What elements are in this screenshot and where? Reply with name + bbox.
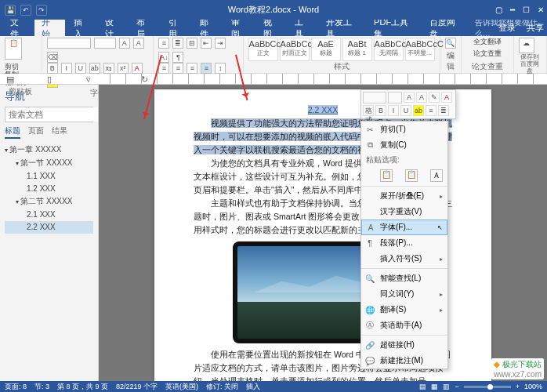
- ctx-ime[interactable]: 汉字重选(V): [361, 204, 447, 220]
- font-name-select[interactable]: [47, 38, 91, 49]
- ribbon-options-icon[interactable]: ▢: [495, 5, 502, 14]
- style-item-2[interactable]: AaE标题: [311, 38, 341, 61]
- bullets-icon[interactable]: ≡: [158, 38, 169, 49]
- horizontal-ruler[interactable]: [110, 74, 536, 84]
- mini-grow-icon[interactable]: A: [404, 92, 415, 103]
- ctx-para[interactable]: ¶段落(P)...: [361, 235, 447, 251]
- ctx-font[interactable]: A字体(F)...↖: [361, 220, 447, 235]
- ctx-link[interactable]: 🔗超链接(H): [361, 337, 447, 353]
- ctx-expand[interactable]: 展开/折叠(E): [361, 188, 447, 204]
- bookmark-icon[interactable]: ▯: [47, 74, 52, 85]
- ctx-synonym[interactable]: 同义词(Y): [361, 286, 447, 302]
- nav-search[interactable]: 🔍: [5, 107, 93, 122]
- style-item-5[interactable]: AaBbCcC不明显…: [405, 38, 435, 61]
- view-web-icon[interactable]: ▥: [443, 383, 450, 390]
- mini-fontcolor-icon[interactable]: A: [441, 92, 452, 103]
- nav-node-1[interactable]: 第一节 XXXXX: [5, 157, 93, 170]
- find-icon[interactable]: 🔍: [445, 38, 456, 49]
- style-item-0[interactable]: AaBbCcDc正文: [248, 38, 278, 61]
- search-input[interactable]: [5, 107, 99, 122]
- nav-node-4[interactable]: 第二节 XXXXX: [5, 195, 93, 209]
- redo-icon[interactable]: ↷: [36, 5, 47, 16]
- ctx-translate[interactable]: 🌐翻译(S): [361, 302, 447, 318]
- ctx-cut[interactable]: ✂剪切(T): [361, 122, 447, 137]
- view-print-icon[interactable]: ▦: [431, 383, 438, 390]
- status-lang[interactable]: 英语(美国): [165, 382, 198, 392]
- mini-bullets-icon[interactable]: ≡: [426, 105, 437, 116]
- ctx-lang[interactable]: Ⓐ英语助手(A): [361, 318, 447, 333]
- mini-highlight-icon[interactable]: ab: [413, 105, 424, 116]
- style-item-1[interactable]: AaBbCcDc封面正文: [280, 38, 310, 61]
- nav-tab-headings[interactable]: 标题: [5, 125, 20, 139]
- font-color-icon[interactable]: A: [132, 63, 143, 74]
- ctx-copy[interactable]: ⧉复制(C): [361, 137, 447, 153]
- nav-toggle-icon[interactable]: ▤: [6, 74, 14, 85]
- marker-icon[interactable]: ▿: [86, 74, 91, 85]
- superscript-icon[interactable]: x²: [118, 63, 129, 74]
- paste-keep-icon[interactable]: 📋: [380, 169, 393, 182]
- zoom-out-icon[interactable]: −: [455, 383, 458, 390]
- clear-format-icon[interactable]: ⌫: [47, 52, 58, 63]
- mini-font-name[interactable]: [363, 92, 386, 103]
- minimize-icon[interactable]: ━: [510, 5, 515, 14]
- status-section[interactable]: 节: 3: [34, 382, 49, 392]
- mini-italic-icon[interactable]: I: [388, 105, 399, 116]
- paper-check-a[interactable]: 论文查重: [473, 49, 502, 58]
- ctx-comment[interactable]: 💬新建批注(M): [361, 353, 447, 368]
- status-insert[interactable]: 插入: [246, 382, 260, 392]
- ctx-paste-options[interactable]: 📋 📋 Ａ: [361, 167, 447, 184]
- nav-node-6[interactable]: 2.2 XXX: [5, 221, 93, 234]
- paste-button[interactable]: 📋: [5, 38, 22, 60]
- nav-tab-results[interactable]: 结果: [52, 125, 67, 139]
- strike-icon[interactable]: ab: [89, 63, 100, 74]
- paste-merge-icon[interactable]: 📋: [405, 169, 418, 182]
- cut-button[interactable]: 剪切: [5, 63, 26, 71]
- nav-node-5[interactable]: 2.1 XXX: [5, 209, 93, 221]
- close-icon[interactable]: ✕: [538, 5, 544, 14]
- marks-icon[interactable]: ¶: [172, 52, 183, 63]
- baidu-icon[interactable]: ☁: [519, 38, 534, 53]
- mini-bold-icon[interactable]: B: [375, 105, 386, 116]
- status-pages[interactable]: 第 8 页，共 9 页: [57, 382, 108, 392]
- align-right-icon[interactable]: ≡: [187, 63, 197, 74]
- indent-dec-icon[interactable]: ⇤: [201, 38, 212, 49]
- numbering-icon[interactable]: ≣: [172, 38, 183, 49]
- italic-icon[interactable]: I: [61, 63, 72, 74]
- mini-font-size[interactable]: [388, 92, 402, 103]
- account-login[interactable]: 登录: [498, 22, 516, 34]
- zoom-in-icon[interactable]: +: [516, 383, 520, 390]
- heading-2-2[interactable]: 2.2 XXX: [308, 105, 339, 114]
- maximize-icon[interactable]: ☐: [523, 5, 530, 14]
- mini-underline-icon[interactable]: U: [400, 105, 411, 116]
- line-spacing-icon[interactable]: ↕: [215, 63, 226, 74]
- share-button[interactable]: 共享: [527, 22, 544, 34]
- zoom-slider[interactable]: [464, 386, 511, 388]
- font-size-select[interactable]: [94, 38, 116, 49]
- translate-button[interactable]: 全文翻译: [473, 38, 502, 46]
- align-center-icon[interactable]: ≡: [172, 63, 183, 74]
- status-track[interactable]: 修订: 关闭: [206, 382, 238, 392]
- paste-text-icon[interactable]: Ａ: [430, 169, 443, 182]
- mini-shrink-icon[interactable]: A: [416, 92, 427, 103]
- status-words[interactable]: 82/2219 个字: [116, 382, 158, 392]
- mini-numbering-icon[interactable]: ≣: [438, 105, 449, 116]
- align-left-icon[interactable]: ≡: [158, 63, 169, 74]
- view-read-icon[interactable]: ▤: [419, 383, 426, 390]
- align-justify-icon[interactable]: ≡: [201, 63, 212, 74]
- nav-node-2[interactable]: 1.1 XXX: [5, 170, 93, 183]
- ctx-lookup[interactable]: 🔍智能查找(L): [361, 270, 447, 286]
- ctx-symbol[interactable]: 插入符号(S): [361, 251, 447, 267]
- grow-font-icon[interactable]: A: [119, 38, 130, 49]
- mini-brush-icon[interactable]: ✎: [429, 92, 440, 103]
- save-icon[interactable]: 💾: [5, 5, 16, 16]
- nav-tab-pages[interactable]: 页面: [28, 125, 44, 139]
- indent-inc-icon[interactable]: ⇥: [215, 38, 226, 49]
- nav-node-0[interactable]: 第一章 XXXXX: [5, 143, 93, 157]
- multilevel-icon[interactable]: ⊟: [187, 38, 197, 49]
- bold-icon[interactable]: B: [47, 63, 58, 74]
- mini-style-icon[interactable]: 格式: [363, 105, 374, 116]
- zoom-value[interactable]: 100%: [524, 383, 542, 390]
- style-item-3[interactable]: AaBt标题 1: [342, 38, 372, 61]
- style-item-4[interactable]: AaBbCcD无间隔: [374, 38, 404, 61]
- undo-icon[interactable]: ↶: [20, 5, 31, 16]
